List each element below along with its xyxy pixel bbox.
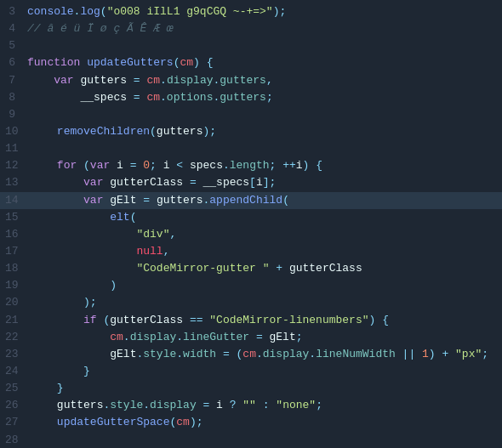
token: ); <box>203 125 216 138</box>
line-content: if (gutterClass == "CodeMirror-linenumbe… <box>27 312 502 329</box>
token: ); <box>273 5 287 18</box>
code-line: 8 __specs = cm.options.gutters; <box>0 89 502 106</box>
token: ) { <box>303 159 322 172</box>
code-line: 15 elt( <box>0 209 502 226</box>
token: style <box>143 348 176 360</box>
token: ( <box>130 211 137 224</box>
line-number: 9 <box>0 106 24 123</box>
line-content: } <box>27 380 502 397</box>
token: , <box>163 245 170 258</box>
token: gutters <box>220 91 266 104</box>
token: ) { <box>193 56 213 69</box>
code-line: 24 } <box>0 363 502 380</box>
token: "px" <box>455 348 482 360</box>
token <box>31 382 57 394</box>
line-number: 6 <box>0 54 24 71</box>
line-content <box>27 432 502 448</box>
token: ); <box>190 416 203 428</box>
line-number: 28 <box>0 432 27 448</box>
code-line: 9 <box>0 106 502 123</box>
token: cm <box>242 348 256 360</box>
line-number: 5 <box>0 37 24 54</box>
token: log <box>80 5 100 18</box>
line-number: 23 <box>0 346 27 363</box>
token: || <box>396 348 422 360</box>
token: gutterClass <box>110 314 183 326</box>
code-line: 28 <box>0 432 502 448</box>
token: width <box>183 348 216 360</box>
token: . <box>256 348 263 360</box>
code-line: 5 <box>0 37 502 54</box>
token <box>31 176 83 189</box>
line-content: null, <box>27 243 502 260</box>
token: = <box>183 176 203 189</box>
token: , <box>266 74 273 87</box>
token: var <box>54 74 80 87</box>
token: cm <box>146 74 160 87</box>
token: "none" <box>276 399 316 411</box>
code-line: 20 ); <box>0 294 502 311</box>
line-content: "div", <box>27 226 502 243</box>
token: ; ++ <box>270 159 296 172</box>
code-line: 21 if (gutterClass == "CodeMirror-linenu… <box>0 312 502 329</box>
line-number: 21 <box>0 312 27 329</box>
token: // â é ü Ï ø ç Ã Ê Æ œ <box>27 22 174 35</box>
line-number: 4 <box>0 20 24 37</box>
line-number: 15 <box>0 209 27 226</box>
token: removeChildren <box>57 125 150 138</box>
token: options <box>167 91 214 104</box>
code-line: 17 null, <box>0 243 502 260</box>
token <box>31 348 111 360</box>
token: == <box>183 314 209 326</box>
token: = <box>127 74 146 87</box>
token: ; <box>266 91 273 104</box>
token: 1 <box>422 348 429 360</box>
line-number: 7 <box>0 72 24 89</box>
line-content: cm.display.lineGutter = gElt; <box>27 329 502 346</box>
line-content: removeChildren(gutters); <box>27 123 502 140</box>
line-number: 24 <box>0 363 27 380</box>
line-number: 22 <box>0 329 27 346</box>
token: gutters <box>220 74 266 87</box>
token: length <box>230 159 270 172</box>
token: ) { <box>369 314 389 326</box>
token: ? <box>223 399 242 411</box>
token: console <box>27 5 74 18</box>
code-line: 3console.log("o008 iIlL1 g9qCGQ ~-+=>"); <box>0 3 502 20</box>
token: = ( <box>216 348 242 360</box>
token: i <box>163 159 170 172</box>
token: "" <box>242 399 256 411</box>
line-content: ) <box>27 277 502 294</box>
line-content: gElt.style.width = (cm.display.lineNumWi… <box>27 346 502 363</box>
token <box>31 279 111 292</box>
line-content: __specs = cm.options.gutters; <box>24 89 502 106</box>
token: style <box>110 399 143 411</box>
token: ) + <box>429 348 455 360</box>
token: if <box>83 314 103 326</box>
line-content: var gutters = cm.display.gutters, <box>24 72 502 89</box>
line-number: 11 <box>0 140 27 157</box>
line-number: 13 <box>0 174 27 191</box>
token: appendChild <box>209 194 282 207</box>
token: : <box>256 399 276 411</box>
token: gutters <box>157 194 203 207</box>
token: updateGutters <box>87 56 173 69</box>
token <box>31 245 137 258</box>
code-line: 22 cm.display.lineGutter = gElt; <box>0 329 502 346</box>
token: cm <box>180 56 193 69</box>
line-number: 19 <box>0 277 27 294</box>
token: var <box>83 194 110 207</box>
token <box>31 159 57 172</box>
code-line: 19 ) <box>0 277 502 294</box>
token: var <box>90 159 117 172</box>
token: = <box>197 399 216 411</box>
line-number: 12 <box>0 157 27 174</box>
token: display <box>130 331 177 343</box>
token: "CodeMirror-gutter " <box>136 262 269 275</box>
line-content: } <box>27 363 502 380</box>
line-number: 14 <box>0 192 27 209</box>
line-number: 10 <box>0 123 27 140</box>
line-number: 20 <box>0 294 27 311</box>
line-number: 8 <box>0 89 24 106</box>
token: ]; <box>263 176 277 189</box>
